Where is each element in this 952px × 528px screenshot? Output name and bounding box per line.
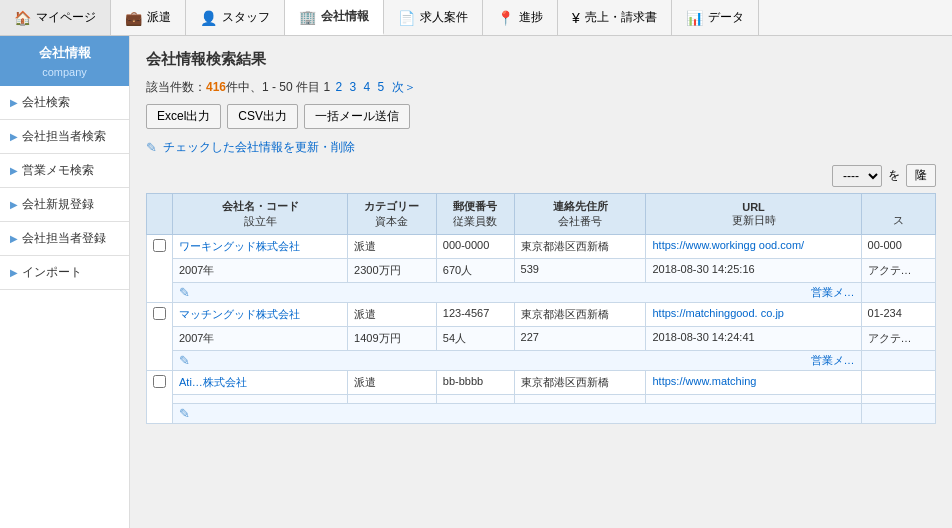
row-status-1: アクテ… bbox=[861, 259, 935, 283]
sidebar-item-tantousha-kensaku[interactable]: ▶会社担当者検索 bbox=[0, 120, 129, 154]
filter-button[interactable]: 隆 bbox=[906, 164, 936, 187]
row-checkbox-3[interactable] bbox=[147, 371, 173, 424]
row-url-3: https://www.matching bbox=[646, 371, 861, 395]
layout: 会社情報 company ▶会社検索▶会社担当者検索▶営業メモ検索▶会社新規登録… bbox=[0, 36, 952, 528]
bulk-action-link[interactable]: チェックした会社情報を更新・削除 bbox=[163, 139, 355, 156]
url-link-3[interactable]: https://www.matching bbox=[652, 375, 756, 387]
url-link-2[interactable]: https://matchinggood. co.jp bbox=[652, 307, 783, 319]
nav-item-uriage[interactable]: ¥売上・請求書 bbox=[558, 0, 672, 35]
nav-item-staff[interactable]: 👤スタッフ bbox=[186, 0, 285, 35]
nav-label-haken: 派遣 bbox=[147, 9, 171, 26]
row-updated-3 bbox=[646, 395, 861, 404]
mypage-icon: 🏠 bbox=[14, 10, 31, 26]
nav-item-company[interactable]: 🏢会社情報 bbox=[285, 0, 384, 35]
edit-pencil-2[interactable]: ✎ bbox=[179, 353, 190, 368]
row-status-3 bbox=[861, 395, 935, 404]
sidebar-item-tantousha-touroku[interactable]: ▶会社担当者登録 bbox=[0, 222, 129, 256]
data-table: 会社名・コード設立年 カテゴリー資本金 郵便番号従業員数 連絡先住所会社番号 U… bbox=[146, 193, 936, 424]
row-col6-2: 01-234 bbox=[861, 303, 935, 327]
sidebar-arrow-tantousha-kensaku: ▶ bbox=[10, 131, 18, 142]
row-checkbox-2[interactable] bbox=[147, 303, 173, 371]
nav-label-staff: スタッフ bbox=[222, 9, 270, 26]
edit-pencil-3[interactable]: ✎ bbox=[179, 406, 190, 421]
row-address-2: 東京都港区西新橋 bbox=[514, 303, 646, 327]
row-name-2: マッチングッド株式会社 bbox=[173, 303, 348, 327]
nav-item-kyujin[interactable]: 📄求人案件 bbox=[384, 0, 483, 35]
checkbox-1[interactable] bbox=[153, 239, 166, 252]
row-company-no-2: 227 bbox=[514, 327, 646, 351]
table-row-action-2: ✎ 営業メ… bbox=[147, 351, 936, 371]
row-capital-2: 1409万円 bbox=[348, 327, 437, 351]
company-link-3[interactable]: Ati…株式会社 bbox=[179, 376, 247, 388]
page-link-4[interactable]: 4 bbox=[363, 80, 370, 94]
table-row-1: ワーキングッド株式会社 派遣 000-0000 東京都港区西新橋 https:/… bbox=[147, 235, 936, 259]
page-link-5[interactable]: 5 bbox=[378, 80, 385, 94]
table-row-sub-2: 2007年 1409万円 54人 227 2018-08-30 14:24:41… bbox=[147, 327, 936, 351]
url-link-1[interactable]: https://www.workingg ood.com/ bbox=[652, 239, 804, 251]
row-category-2: 派遣 bbox=[348, 303, 437, 327]
row-col6-1: 00-000 bbox=[861, 235, 935, 259]
note-link-2[interactable]: 営業メ… bbox=[811, 353, 855, 368]
row-checkbox-1[interactable] bbox=[147, 235, 173, 303]
row-address-1: 東京都港区西新橋 bbox=[514, 235, 646, 259]
company-link-2[interactable]: マッチングッド株式会社 bbox=[179, 308, 300, 320]
row-action-extra-2 bbox=[861, 351, 935, 371]
nav-item-shincho[interactable]: 📍進捗 bbox=[483, 0, 558, 35]
nav-item-mypage[interactable]: 🏠マイページ bbox=[0, 0, 111, 35]
result-info: 該当件数：416件中、1 - 50 件目 1 2 3 4 5 次＞ bbox=[146, 79, 936, 96]
header-extra: ス bbox=[861, 194, 935, 235]
row-zip-1: 000-0000 bbox=[436, 235, 514, 259]
page-link-2[interactable]: 2 bbox=[335, 80, 342, 94]
page-link-3[interactable]: 3 bbox=[349, 80, 356, 94]
nav-label-uriage: 売上・請求書 bbox=[585, 9, 657, 26]
table-row-sub-3 bbox=[147, 395, 936, 404]
row-zip-2: 123-4567 bbox=[436, 303, 514, 327]
header-category: カテゴリー資本金 bbox=[348, 194, 437, 235]
nav-label-company: 会社情報 bbox=[321, 8, 369, 25]
sidebar-label-import: インポート bbox=[22, 264, 82, 281]
note-link-1[interactable]: 営業メ… bbox=[811, 285, 855, 300]
checkbox-3[interactable] bbox=[153, 375, 166, 388]
sidebar-item-memo-kensaku[interactable]: ▶営業メモ検索 bbox=[0, 154, 129, 188]
sidebar-arrow-import: ▶ bbox=[10, 267, 18, 278]
header-zip: 郵便番号従業員数 bbox=[436, 194, 514, 235]
sidebar-label-kaisha-shinki: 会社新規登録 bbox=[22, 196, 94, 213]
company-link-1[interactable]: ワーキングッド株式会社 bbox=[179, 240, 300, 252]
row-company-no-3 bbox=[514, 395, 646, 404]
nav-label-kyujin: 求人案件 bbox=[420, 9, 468, 26]
sidebar-arrow-memo-kensaku: ▶ bbox=[10, 165, 18, 176]
excel-button[interactable]: Excel出力 bbox=[146, 104, 221, 129]
mail-button[interactable]: 一括メール送信 bbox=[304, 104, 410, 129]
data-icon: 📊 bbox=[686, 10, 703, 26]
result-prefix: 該当件数： bbox=[146, 80, 206, 94]
row-founded-1: 2007年 bbox=[173, 259, 348, 283]
header-checkbox-col bbox=[147, 194, 173, 235]
sidebar-label-tantousha-touroku: 会社担当者登録 bbox=[22, 230, 106, 247]
csv-button[interactable]: CSV出力 bbox=[227, 104, 298, 129]
row-name-1: ワーキングッド株式会社 bbox=[173, 235, 348, 259]
sidebar-label-memo-kensaku: 営業メモ検索 bbox=[22, 162, 94, 179]
row-employees-2: 54人 bbox=[436, 327, 514, 351]
row-employees-1: 670人 bbox=[436, 259, 514, 283]
edit-pencil-1[interactable]: ✎ bbox=[179, 285, 190, 300]
row-category-3: 派遣 bbox=[348, 371, 437, 395]
sidebar-item-kaisha-kensaku[interactable]: ▶会社検索 bbox=[0, 86, 129, 120]
checkbox-2[interactable] bbox=[153, 307, 166, 320]
staff-icon: 👤 bbox=[200, 10, 217, 26]
nav-item-haken[interactable]: 💼派遣 bbox=[111, 0, 186, 35]
sidebar-arrow-tantousha-touroku: ▶ bbox=[10, 233, 18, 244]
sidebar-item-import[interactable]: ▶インポート bbox=[0, 256, 129, 290]
nav-item-data[interactable]: 📊データ bbox=[672, 0, 759, 35]
header-company-name: 会社名・コード設立年 bbox=[173, 194, 348, 235]
row-edit-cell-1: ✎ 営業メ… bbox=[173, 283, 862, 303]
header-address: 連絡先住所会社番号 bbox=[514, 194, 646, 235]
filter-select[interactable]: ---- bbox=[832, 165, 882, 187]
nav-label-data: データ bbox=[708, 9, 744, 26]
filter-label: を bbox=[888, 167, 900, 184]
sidebar-item-kaisha-shinki[interactable]: ▶会社新規登録 bbox=[0, 188, 129, 222]
row-capital-3 bbox=[348, 395, 437, 404]
next-link[interactable]: 次＞ bbox=[392, 80, 416, 94]
shincho-icon: 📍 bbox=[497, 10, 514, 26]
table-row-action-1: ✎ 営業メ… bbox=[147, 283, 936, 303]
page-title: 会社情報検索結果 bbox=[146, 50, 936, 69]
